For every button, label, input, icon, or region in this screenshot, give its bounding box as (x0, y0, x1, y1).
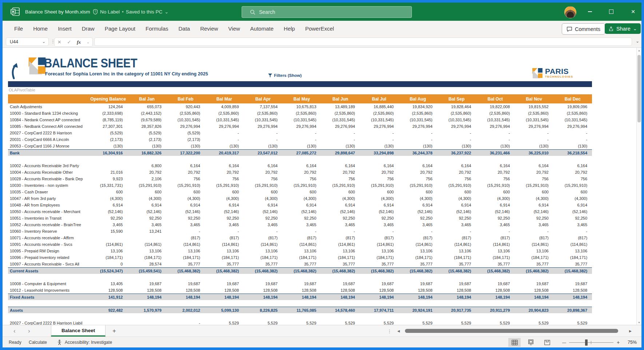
cell[interactable]: 92,250 (553, 216, 592, 220)
cell[interactable]: 756 (553, 177, 592, 181)
cell[interactable]: 128,508 (244, 288, 282, 292)
cell[interactable]: 19,687 (321, 282, 359, 286)
cell[interactable]: (130) (166, 144, 205, 148)
header-cell[interactable]: Bal Nov (514, 97, 553, 102)
vertical-scroll-thumb[interactable] (637, 55, 641, 122)
cell[interactable]: (52,146) (360, 209, 398, 214)
scroll-down-icon[interactable]: ▼ (637, 320, 641, 325)
cell[interactable]: (2,535,860) (398, 111, 437, 115)
cell[interactable]: 20,792 (437, 170, 476, 174)
cell[interactable]: - (476, 137, 514, 142)
cell[interactable]: 7,137,554 (244, 105, 282, 109)
cell[interactable]: 19,687 (282, 282, 321, 286)
cell[interactable]: (184,171) (437, 255, 476, 260)
cell[interactable]: 17,322,200 (166, 151, 205, 155)
cell[interactable]: - (244, 137, 282, 142)
cell[interactable]: 756 (437, 177, 476, 181)
cell[interactable]: 13,106 (89, 249, 127, 253)
cell[interactable]: (114,861) (553, 242, 592, 247)
cell[interactable]: (5,529) (127, 131, 166, 135)
cell[interactable]: (15,291,910) (398, 183, 437, 188)
cell[interactable]: (4,300) (244, 196, 282, 201)
cell[interactable]: (10,331,545) (282, 118, 321, 122)
cell[interactable]: 600 (282, 190, 321, 194)
cancel-button[interactable]: ✕ (57, 39, 61, 45)
row-label[interactable]: 10085 - Nedbank Connect AR connected (8, 124, 89, 129)
cell[interactable]: 2,002,012 (166, 308, 205, 312)
row-label[interactable]: 10091 - Accounts receivable - Svcs (8, 242, 89, 247)
cell[interactable]: 20,792 (244, 170, 282, 174)
cell[interactable]: 29,276,994 (321, 124, 359, 129)
cell[interactable]: 35,777 (205, 262, 243, 266)
cell[interactable]: 36,237,922 (437, 151, 476, 155)
cell[interactable]: 29,276,994 (205, 124, 243, 129)
cell[interactable]: (15,291,910) (514, 183, 553, 188)
cell[interactable]: 6,164 (437, 164, 476, 168)
cell[interactable]: 6,914 (476, 203, 514, 207)
cell[interactable]: (817) (166, 236, 205, 240)
cell[interactable]: 2,106 (127, 177, 166, 181)
ribbon-tab-view[interactable]: View (224, 21, 244, 36)
cell[interactable]: (52,146) (398, 209, 437, 214)
cell[interactable]: (4,300) (166, 196, 205, 201)
cell[interactable]: (8,785,119) (89, 118, 127, 122)
cell[interactable]: 148,194 (282, 295, 321, 299)
cell[interactable]: (15,468,382) (360, 269, 398, 273)
cell[interactable]: 35,777 (244, 262, 282, 266)
zoom-in-button[interactable]: + (617, 337, 620, 348)
ribbon-tab-home[interactable]: Home (29, 21, 52, 36)
cell[interactable]: (15,291,910) (553, 183, 592, 188)
cell[interactable]: 600 (166, 190, 205, 194)
cell[interactable]: 3,465 (282, 223, 321, 227)
cell[interactable]: - (514, 229, 553, 233)
cell[interactable]: - (282, 229, 321, 233)
cell[interactable]: (15,524,347) (89, 269, 127, 273)
cell[interactable]: (4,300) (205, 196, 243, 201)
cell[interactable]: 29,276,994 (553, 124, 592, 129)
cell[interactable]: 13,106 (127, 249, 166, 253)
header-cell[interactable]: Bal Apr (244, 97, 282, 102)
cell[interactable]: (52,146) (282, 209, 321, 214)
maximize-button[interactable] (603, 3, 620, 21)
cell[interactable]: (10,331,545) (166, 118, 205, 122)
cell[interactable]: 19,822,008 (476, 105, 514, 109)
header-cell[interactable]: Opening Balance (89, 97, 127, 102)
cell[interactable]: 19,687 (127, 282, 166, 286)
zoom-slider-handle[interactable] (585, 339, 588, 346)
cell[interactable]: 128,508 (205, 288, 243, 292)
cell[interactable]: 15,590 (89, 229, 127, 233)
cell[interactable]: 3,465 (476, 223, 514, 227)
cell[interactable]: 35,777 (282, 262, 321, 266)
cell[interactable]: - (321, 131, 359, 135)
cell[interactable]: 600 (398, 190, 437, 194)
cell[interactable]: (130) (398, 144, 437, 148)
cell[interactable]: (2,173) (127, 137, 166, 142)
cell[interactable]: (15,468,382) (244, 269, 282, 273)
row-label[interactable]: 10048 - AR from Employees (8, 203, 89, 207)
cell[interactable]: (52,146) (89, 209, 127, 214)
cell[interactable]: (2,535,860) (205, 111, 243, 115)
cell[interactable]: - (476, 229, 514, 233)
cell[interactable]: 35,777 (437, 262, 476, 266)
cell[interactable]: 29,276,994 (476, 124, 514, 129)
cell[interactable]: 148,194 (321, 295, 359, 299)
cell[interactable]: (184,171) (244, 255, 282, 260)
cell[interactable]: 922,482 (89, 308, 127, 312)
cell[interactable]: (817) (321, 236, 359, 240)
cell[interactable]: (130) (437, 144, 476, 148)
cell[interactable]: (5,529) (89, 131, 127, 135)
cell[interactable]: (4,300) (321, 196, 359, 201)
cell[interactable]: 0 (89, 262, 127, 266)
cell[interactable]: 756 (360, 177, 398, 181)
cell[interactable]: (15,468,382) (437, 269, 476, 273)
cell[interactable]: - (321, 137, 359, 142)
cell[interactable]: 6,914 (360, 203, 398, 207)
cell[interactable]: 36,231,466 (476, 151, 514, 155)
cell[interactable]: (2,173) (166, 137, 205, 142)
cell[interactable]: 36,218,554 (553, 151, 592, 155)
cell[interactable]: 756 (205, 177, 243, 181)
cell[interactable]: - (205, 137, 243, 142)
cell[interactable]: 148,194 (437, 295, 476, 299)
cell[interactable]: 8,226,825 (244, 308, 282, 312)
cell[interactable]: 19,687 (476, 282, 514, 286)
